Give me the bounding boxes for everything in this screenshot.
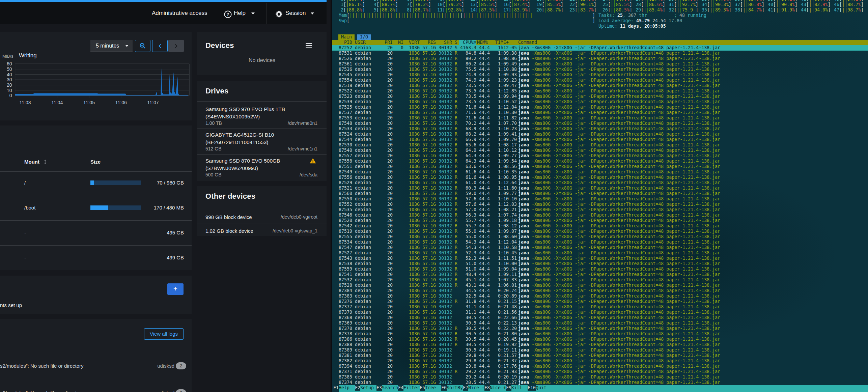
admin-access-button[interactable]: Administrative access (152, 2, 207, 24)
process-row[interactable]: 87539debian20103G57.1G30132R73.544.41:10… (332, 99, 868, 105)
tab-io[interactable]: I/O (357, 34, 371, 40)
fkey-label-setup[interactable]: Setup (360, 385, 376, 391)
fkey-f5[interactable]: F5 (420, 385, 425, 391)
process-row[interactable]: 87545debian20103G57.1G30132R74.944.41:09… (332, 72, 868, 78)
tab-main[interactable]: Main (338, 34, 355, 40)
filesystem-row[interactable]: /70 / 980 GB (0, 171, 192, 195)
fkey-label-tree[interactable]: Tree (425, 385, 441, 391)
fkey-f4[interactable]: F4 (398, 385, 403, 391)
process-row[interactable]: 87534debian20103G57.1G30132R54.344.41:12… (332, 240, 868, 245)
process-row[interactable]: 87531debian20103G57.1G30132R84.844.41:09… (332, 51, 868, 56)
process-row-selected[interactable]: 87252debian200103G57.1G30132S4163.344.41… (332, 45, 868, 51)
fkey-f9[interactable]: F9 (506, 385, 511, 391)
process-row[interactable]: 87370debian20103G57.1G30132R30.544.40:22… (332, 326, 868, 331)
process-row[interactable]: 87377debian20103G57.1G3013231.144.40:21.… (332, 304, 868, 310)
col-header-virt[interactable]: VIRT (406, 40, 420, 45)
mount-point[interactable]: - (24, 255, 26, 260)
process-row[interactable]: 87388debian20103G57.1G30132R30.544.40:19… (332, 342, 868, 347)
filesystem-row[interactable]: -499 GB (0, 245, 192, 270)
process-row[interactable]: 87386debian20103G57.1G30132R30.544.40:20… (332, 337, 868, 342)
view-all-logs-button[interactable]: View all logs (144, 328, 184, 340)
fkey-f3[interactable]: F3 (376, 385, 382, 391)
process-row[interactable]: 87382debian20103G57.1G3013229.844.40:21.… (332, 358, 868, 364)
fkey-label-filter[interactable]: Filter (403, 385, 420, 391)
col-header-user[interactable]: USER (355, 40, 366, 45)
process-row[interactable]: 87374debian20103G57.1G3013228.544.40:21.… (332, 380, 868, 385)
col-header-mem[interactable]: MEM% (477, 40, 488, 45)
process-row[interactable]: 87537debian20103G57.1G30132R71.644.41:10… (332, 110, 868, 115)
process-row[interactable]: 87553debian20103G57.1G30132R71.644.41:11… (332, 115, 868, 121)
process-row[interactable]: 87394debian20103G57.1G3013229.844.40:17.… (332, 364, 868, 369)
add-button[interactable]: + (167, 283, 184, 295)
process-row[interactable]: 87368debian20103G57.1G3013230.544.40:22.… (332, 315, 868, 320)
mount-point[interactable]: / (24, 180, 26, 186)
process-row[interactable]: 87376debian20103G57.1G30132R31.844.40:21… (332, 299, 868, 304)
process-row[interactable]: 87556debian20103G57.1G30132R61.644.41:08… (332, 175, 868, 180)
mount-point[interactable]: /boot (24, 205, 35, 211)
process-row[interactable]: 87543debian20103G57.1G30132R52.344.41:11… (332, 256, 868, 261)
session-menu-button[interactable]: Session (285, 2, 306, 24)
drive-name[interactable]: Samsung SSD 870 EVO 500GB (S7BWNJ0W62009… (205, 157, 307, 172)
process-row[interactable]: 87384debian20103G57.1G3013234.544.40:20.… (332, 288, 868, 293)
process-row[interactable]: 87554debian20103G57.1G30132R74.944.41:09… (332, 78, 868, 83)
process-row[interactable]: 87532debian20103G57.1G30132R45.144.41:07… (332, 277, 868, 283)
other-device-row[interactable]: 998 GB block device/dev/deb0-vg/root (197, 210, 327, 224)
process-row[interactable]: 87529debian20103G57.1G30132R61.044.41:12… (332, 180, 868, 186)
process-row[interactable]: 87379debian20103G57.1G3013231.144.40:21.… (332, 310, 868, 315)
fkey-label-nice[interactable]: Nice + (490, 385, 506, 391)
fkey-label-quit[interactable]: Quit (536, 385, 552, 391)
col-header-pri[interactable]: PRI (382, 40, 393, 45)
process-row[interactable]: 87540debian20103G57.1G30132R64.944.41:10… (332, 148, 868, 153)
process-row[interactable]: 87558debian20103G57.1G30132R64.344.41:09… (332, 159, 868, 164)
help-menu-button[interactable]: Help (234, 2, 246, 24)
process-row[interactable]: 87561debian20103G57.1G30132R80.244.41:09… (332, 61, 868, 67)
drive-name[interactable]: Samsung SSD 970 EVO Plus 1TB (S4EWNS0X10… (205, 106, 307, 120)
process-row[interactable]: 87542debian20103G57.1G30132R55.744.41:08… (332, 223, 868, 229)
process-row[interactable]: 87550debian20103G57.1G30132R57.644.41:10… (332, 196, 868, 202)
col-header-ni[interactable]: NI (395, 40, 403, 45)
process-row[interactable]: 87527debian20103G57.1G30132R52.344.41:10… (332, 250, 868, 256)
process-row[interactable]: 87519debian20103G57.1G30132R55.044.41:09… (332, 229, 868, 234)
fkey-label-sortby[interactable]: SortBy (447, 385, 463, 391)
fkey-label-nice[interactable]: Nice - (468, 385, 484, 391)
fkey-label-kill[interactable]: Kill (511, 385, 528, 391)
process-row[interactable]: 87520debian20103G57.1G30132R55.744.41:09… (332, 218, 868, 223)
fkey-f7[interactable]: F7 (463, 385, 468, 391)
process-row[interactable]: 87522debian20103G57.1G30132R73.544.41:12… (332, 88, 868, 94)
col-header-command[interactable]: Command (518, 40, 537, 45)
process-row[interactable]: 87518debian20103G57.1G30132R73.544.41:09… (332, 83, 868, 88)
process-row[interactable]: 87547debian20103G57.1G30132R54.344.41:10… (332, 245, 868, 250)
process-row[interactable]: 87381debian20103G57.1G3013229.844.40:21.… (332, 353, 868, 358)
log-entry-row[interactable]: s2/modules”: No such file or directoryud… (0, 389, 192, 392)
col-header-res[interactable]: RES (422, 40, 436, 45)
col-header-time[interactable]: TIME+ (495, 40, 509, 45)
fkey-f1[interactable]: F1 (333, 385, 339, 391)
fkey-label-search[interactable]: Search (382, 385, 398, 391)
process-row[interactable]: 87369debian20103G57.1G3013230.544.40:22.… (332, 320, 868, 326)
fkey-label-help[interactable]: Help (339, 385, 355, 391)
process-row[interactable]: 87383debian20103G57.1G3013232.544.40:20.… (332, 293, 868, 299)
fkey-f8[interactable]: F8 (484, 385, 490, 391)
process-row[interactable]: 87378debian20103G57.1G30132R30.544.40:21… (332, 331, 868, 337)
process-row[interactable]: 87552debian20103G57.1G30132R57.644.41:12… (332, 202, 868, 207)
process-row[interactable]: 87555debian20103G57.1G30132R55.044.41:08… (332, 234, 868, 240)
process-row[interactable]: 87521debian20103G57.1G30132R60.344.41:11… (332, 186, 868, 191)
fkey-f2[interactable]: F2 (355, 385, 360, 391)
process-row[interactable]: 87533debian20103G57.1G30132R68.944.41:10… (332, 126, 868, 132)
mount-column-header[interactable]: Mount (24, 159, 39, 165)
drive-name[interactable]: GIGABYTE AG4512G-SI B10 (BE2607291D11004… (205, 131, 307, 146)
process-row[interactable]: 87551debian20103G57.1G30132R63.644.41:08… (332, 164, 868, 169)
process-row[interactable]: 87549debian20103G57.1G30132R61.644.41:10… (332, 169, 868, 175)
process-row[interactable]: 87385debian20103G57.1G3013229.244.40:20.… (332, 374, 868, 380)
sort-icon[interactable] (43, 159, 47, 166)
process-row[interactable]: 87557debian20103G57.1G30132R64.344.41:09… (332, 153, 868, 159)
process-row[interactable]: 87525debian20103G57.1G30132R71.644.41:12… (332, 105, 868, 110)
process-row[interactable]: 87541debian20103G57.1G30132R48.444.41:09… (332, 272, 868, 277)
process-row[interactable]: 87538debian20103G57.1G30132R51.044.41:10… (332, 261, 868, 267)
log-entry-row[interactable]: s2/modules”: No such file or directoryud… (0, 362, 192, 370)
process-row[interactable]: 87544debian20103G57.1G30132R66.944.41:09… (332, 137, 868, 142)
col-header-pid[interactable]: PID (339, 40, 352, 45)
fkey-f6[interactable]: F6 (441, 385, 447, 391)
devices-menu-icon[interactable] (306, 43, 312, 48)
process-row[interactable]: 87560debian20103G57.1G30132R59.044.41:09… (332, 191, 868, 196)
